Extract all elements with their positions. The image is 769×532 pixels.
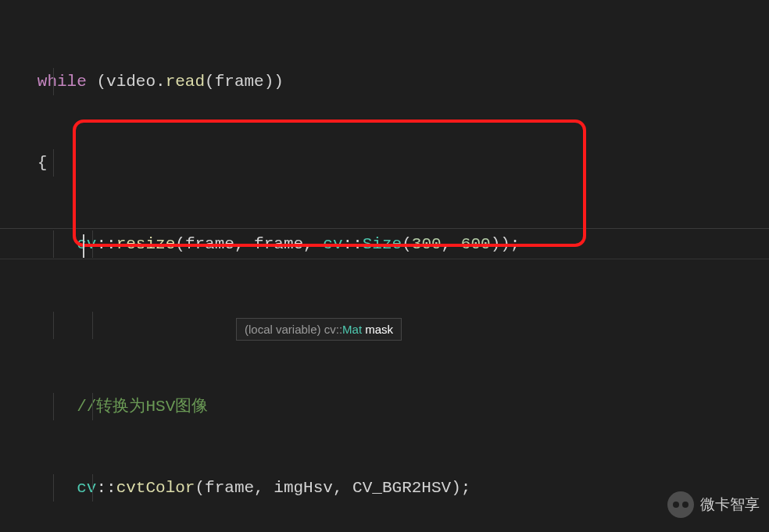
- code-line[interactable]: cv::cvtColor(frame, imgHsv, CV_BGR2HSV);: [8, 474, 769, 502]
- code-editor[interactable]: while (video.read(frame)) { cv::resize(f…: [0, 0, 769, 532]
- code-line[interactable]: cv::resize(frame, frame, cv::Size(300, 6…: [8, 230, 769, 258]
- hover-tooltip: (local variable) cv::Mat mask: [236, 318, 402, 341]
- watermark: 微卡智享: [667, 491, 760, 518]
- wechat-icon: [667, 491, 694, 518]
- watermark-text: 微卡智享: [700, 495, 760, 515]
- comment-line[interactable]: //转换为HSV图像: [8, 393, 769, 420]
- code-line[interactable]: while (video.read(frame)): [8, 68, 769, 95]
- text-cursor: [83, 234, 84, 258]
- code-line[interactable]: {: [8, 149, 769, 177]
- tooltip-prefix: (local variable): [245, 323, 324, 336]
- keyword: while: [38, 73, 87, 91]
